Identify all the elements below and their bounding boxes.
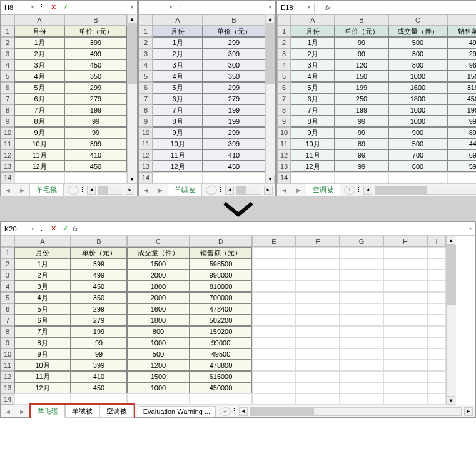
data-cell[interactable]: 12月: [291, 161, 335, 172]
data-cell[interactable]: [427, 258, 446, 270]
data-cell[interactable]: 44500: [447, 138, 476, 149]
empty-cell[interactable]: [203, 172, 265, 183]
data-cell[interactable]: 89100: [447, 127, 476, 138]
data-cell[interactable]: 6月: [153, 93, 203, 104]
data-cell[interactable]: [340, 270, 383, 281]
data-cell[interactable]: [427, 303, 446, 315]
scroll-left-icon[interactable]: ◄: [87, 186, 96, 195]
data-cell[interactable]: 1月: [153, 37, 203, 48]
data-cell[interactable]: 11月: [14, 371, 71, 382]
row-header[interactable]: 9: [277, 116, 291, 127]
scroll-left-icon[interactable]: ◄: [239, 407, 248, 416]
header-cell[interactable]: 月份: [14, 26, 64, 37]
data-cell[interactable]: 10月: [291, 138, 335, 149]
data-cell[interactable]: [427, 326, 446, 337]
data-cell[interactable]: 810000: [190, 281, 252, 292]
data-cell[interactable]: [340, 382, 383, 393]
row-header[interactable]: 7: [1, 93, 14, 104]
dropdown-icon[interactable]: ▾: [308, 4, 310, 10]
data-cell[interactable]: 499: [64, 48, 127, 59]
row-header[interactable]: 13: [277, 161, 291, 172]
col-header[interactable]: A: [291, 14, 335, 26]
scroll-down-icon[interactable]: ▼: [447, 396, 455, 405]
sheet-tab[interactable]: 空调被: [99, 405, 134, 418]
data-cell[interactable]: 250: [335, 93, 388, 104]
data-cell[interactable]: 6月: [14, 315, 71, 326]
header-cell[interactable]: [296, 247, 340, 258]
row-header[interactable]: 11: [139, 138, 153, 149]
data-cell[interactable]: 49500: [447, 37, 476, 48]
data-cell[interactable]: 299: [64, 82, 127, 93]
data-cell[interactable]: 478800: [190, 360, 252, 371]
scroll-thumb[interactable]: [375, 186, 427, 194]
data-cell[interactable]: [427, 270, 446, 281]
data-cell[interactable]: [252, 371, 296, 382]
empty-cell[interactable]: [383, 393, 427, 405]
scroll-track[interactable]: [447, 245, 456, 396]
row-header[interactable]: 10: [1, 348, 14, 360]
data-cell[interactable]: 1月: [14, 258, 71, 270]
data-cell[interactable]: 11月: [14, 149, 64, 161]
data-cell[interactable]: [383, 270, 427, 281]
data-cell[interactable]: 299: [203, 37, 265, 48]
data-cell[interactable]: [252, 382, 296, 393]
row-header[interactable]: 6: [1, 82, 14, 93]
row-header[interactable]: 4: [277, 59, 291, 71]
empty-cell[interactable]: [427, 393, 446, 405]
data-cell[interactable]: 49500: [190, 348, 252, 360]
vertical-scrollbar[interactable]: ▲▼: [446, 236, 456, 405]
data-cell[interactable]: [296, 348, 340, 360]
header-cell[interactable]: [427, 247, 446, 258]
data-cell[interactable]: 2月: [153, 48, 203, 59]
row-header[interactable]: 2: [1, 37, 14, 48]
scroll-left-icon[interactable]: ◄: [225, 186, 234, 195]
col-header[interactable]: D: [447, 14, 476, 26]
scroll-track[interactable]: [236, 186, 261, 195]
row-header[interactable]: 6: [277, 82, 291, 93]
data-cell[interactable]: 3月: [153, 59, 203, 71]
data-cell[interactable]: 12月: [14, 161, 64, 172]
sheet-tab[interactable]: 羊毛毯: [29, 183, 64, 196]
data-cell[interactable]: [427, 315, 446, 326]
col-header[interactable]: I: [427, 236, 446, 247]
tab-nav-prev[interactable]: ◄: [1, 186, 15, 194]
data-cell[interactable]: 5月: [153, 82, 203, 93]
row-header[interactable]: 5: [1, 292, 14, 303]
data-cell[interactable]: 4月: [291, 71, 335, 82]
data-cell[interactable]: 299: [203, 82, 265, 93]
data-cell[interactable]: [383, 281, 427, 292]
scroll-thumb[interactable]: [237, 186, 246, 194]
col-header[interactable]: G: [340, 236, 383, 247]
data-cell[interactable]: 478400: [190, 303, 252, 315]
data-cell[interactable]: 99000: [447, 116, 476, 127]
data-cell[interactable]: [340, 281, 383, 292]
scroll-track[interactable]: [128, 23, 137, 175]
data-cell[interactable]: 600: [388, 161, 447, 172]
row-header[interactable]: 5: [139, 71, 153, 82]
data-cell[interactable]: 500: [388, 37, 447, 48]
row-header[interactable]: 3: [1, 48, 14, 59]
tab-nav-next[interactable]: ►: [153, 186, 168, 194]
header-cell[interactable]: 月份: [153, 26, 203, 37]
tab-nav-next[interactable]: ►: [15, 186, 29, 194]
data-cell[interactable]: 8月: [153, 116, 203, 127]
scroll-thumb[interactable]: [99, 186, 108, 194]
row-header[interactable]: 6: [139, 82, 153, 93]
data-cell[interactable]: 2000: [127, 270, 190, 281]
data-cell[interactable]: 800: [388, 59, 447, 71]
empty-cell[interactable]: [127, 393, 190, 405]
data-cell[interactable]: [252, 326, 296, 337]
data-cell[interactable]: 1800: [127, 281, 190, 292]
scroll-up-icon[interactable]: ▲: [447, 236, 455, 245]
row-header[interactable]: 2: [1, 258, 14, 270]
scroll-track[interactable]: [266, 23, 275, 175]
scroll-right-icon[interactable]: ►: [264, 186, 273, 195]
data-cell[interactable]: 410: [71, 371, 127, 382]
accept-icon[interactable]: ✓: [61, 225, 70, 233]
header-cell[interactable]: 单价（元）: [71, 247, 127, 258]
data-cell[interactable]: 10月: [153, 138, 203, 149]
data-cell[interactable]: 99: [335, 48, 388, 59]
data-cell[interactable]: 615000: [190, 371, 252, 382]
scroll-track[interactable]: [250, 407, 462, 416]
select-all-corner[interactable]: [1, 14, 14, 26]
